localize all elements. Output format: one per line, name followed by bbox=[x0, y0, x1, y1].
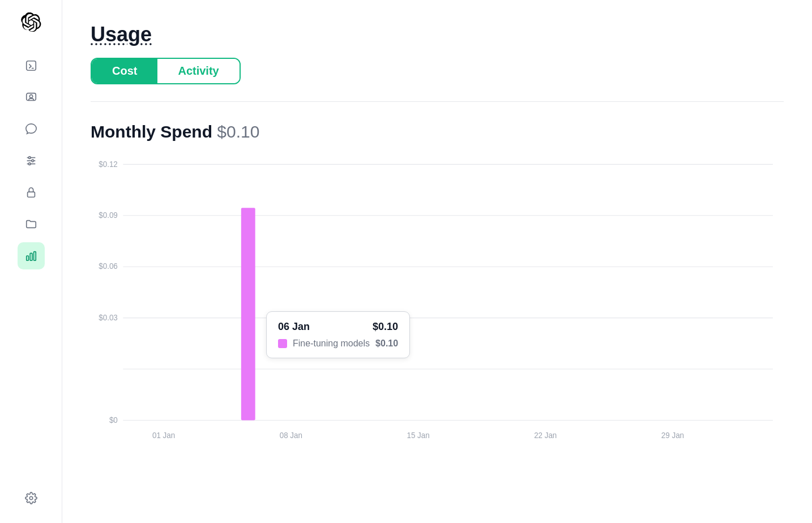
sidebar-item-files[interactable] bbox=[18, 211, 45, 238]
chart-container: $0.12 $0.09 $0.06 $0.03 $0 01 Jan 08 Jan… bbox=[91, 158, 784, 458]
sidebar-item-chat[interactable] bbox=[18, 115, 45, 143]
monthly-spend-amount: $0.10 bbox=[217, 122, 259, 141]
tooltip-total: $0.10 bbox=[373, 321, 398, 333]
svg-text:08 Jan: 08 Jan bbox=[280, 430, 302, 440]
svg-text:$0.03: $0.03 bbox=[99, 312, 118, 322]
sidebar-item-gear[interactable] bbox=[18, 485, 45, 512]
tooltip-row: Fine-tuning models $0.10 bbox=[278, 338, 398, 349]
svg-rect-10 bbox=[27, 192, 35, 197]
monthly-spend-heading: Monthly Spend $0.10 bbox=[91, 122, 784, 142]
svg-text:$0.12: $0.12 bbox=[99, 159, 118, 169]
monthly-spend-label: Monthly Spend bbox=[91, 122, 212, 141]
svg-point-9 bbox=[28, 163, 31, 165]
svg-rect-12 bbox=[30, 253, 32, 260]
tooltip-color-box bbox=[278, 339, 287, 348]
sidebar-item-settings[interactable] bbox=[18, 147, 45, 174]
sidebar-item-terminal[interactable] bbox=[18, 52, 45, 79]
svg-rect-31 bbox=[241, 208, 255, 420]
divider bbox=[91, 101, 784, 102]
svg-point-14 bbox=[29, 496, 33, 500]
tooltip-label: Fine-tuning models bbox=[293, 338, 370, 349]
svg-text:29 Jan: 29 Jan bbox=[661, 430, 684, 440]
svg-point-3 bbox=[29, 95, 33, 98]
svg-text:01 Jan: 01 Jan bbox=[152, 430, 175, 440]
svg-point-8 bbox=[31, 160, 33, 162]
sidebar-bottom bbox=[18, 485, 45, 512]
sidebar-item-usage[interactable] bbox=[18, 242, 45, 269]
svg-rect-13 bbox=[33, 252, 36, 261]
tab-bar: Cost Activity bbox=[91, 58, 241, 84]
tab-activity[interactable]: Activity bbox=[157, 59, 239, 83]
svg-text:$0.09: $0.09 bbox=[99, 210, 118, 220]
chart-svg: $0.12 $0.09 $0.06 $0.03 $0 01 Jan 08 Jan… bbox=[91, 158, 784, 458]
svg-point-7 bbox=[28, 157, 31, 159]
sidebar-item-assistant[interactable] bbox=[18, 84, 45, 111]
sidebar bbox=[0, 0, 62, 523]
tooltip-date: 06 Jan bbox=[278, 321, 310, 333]
page-title: Usage bbox=[91, 23, 784, 46]
chart-tooltip: 06 Jan $0.10 Fine-tuning models $0.10 bbox=[266, 311, 410, 358]
sidebar-item-security[interactable] bbox=[18, 179, 45, 206]
svg-text:22 Jan: 22 Jan bbox=[534, 430, 557, 440]
svg-text:$0.06: $0.06 bbox=[99, 262, 118, 271]
app-logo bbox=[20, 11, 42, 34]
svg-text:$0: $0 bbox=[109, 415, 118, 425]
svg-text:15 Jan: 15 Jan bbox=[407, 430, 429, 440]
tooltip-value: $0.10 bbox=[375, 338, 398, 349]
svg-rect-11 bbox=[26, 256, 28, 260]
tab-cost[interactable]: Cost bbox=[92, 59, 157, 83]
tooltip-header: 06 Jan $0.10 bbox=[278, 321, 398, 333]
main-content: Usage Cost Activity Monthly Spend $0.10 … bbox=[62, 0, 812, 523]
